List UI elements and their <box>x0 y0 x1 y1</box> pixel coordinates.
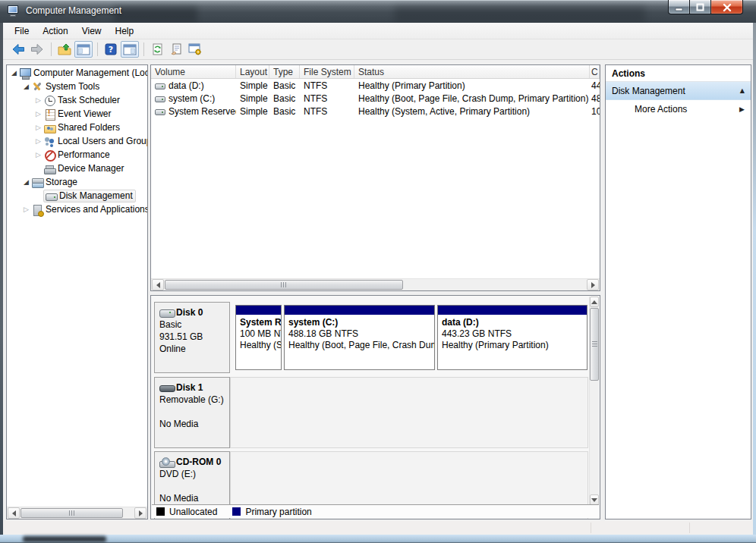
disk1-row: Disk 1 Removable (G:) No Media <box>151 377 590 448</box>
hard-disk-icon <box>159 308 176 318</box>
expanded-icon[interactable]: ◢ <box>21 178 31 186</box>
right-arrow-icon <box>591 282 595 288</box>
menu-action[interactable]: Action <box>36 24 74 39</box>
tree-scroll-left-button[interactable] <box>8 507 20 519</box>
disk-scroll-down-button[interactable] <box>590 494 599 505</box>
volume-list-pane: Volume Layout Type File System Status C … <box>150 64 600 291</box>
disk0-label-cell[interactable]: Disk 0 Basic 931.51 GB Online <box>154 302 230 373</box>
partition-legend: Unallocated Primary partition <box>152 504 599 518</box>
partition-size: 100 MB NTFS <box>240 328 277 340</box>
collapse-icon[interactable]: ▲ <box>740 87 745 94</box>
tree-item-system-tools[interactable]: ◢ System Tools <box>7 80 147 93</box>
submenu-arrow-icon: ▶ <box>739 105 745 113</box>
properties-button[interactable] <box>167 41 185 58</box>
up-folder-icon <box>58 43 71 55</box>
column-header-capacity[interactable]: C <box>590 65 600 78</box>
volume-scroll-right-button[interactable] <box>587 279 599 290</box>
close-icon <box>722 2 732 12</box>
window-frame-bottom <box>0 535 756 543</box>
partition-system-reserved[interactable]: System Reserved 100 MB NTFS Healthy (Sys… <box>235 305 282 370</box>
refresh-button[interactable] <box>148 41 166 58</box>
disk-scrollbar-thumb[interactable] <box>590 308 599 381</box>
disk-management-icon <box>45 190 58 202</box>
back-button[interactable] <box>9 41 27 58</box>
collapsed-icon[interactable]: ▷ <box>33 110 43 118</box>
minimize-icon <box>674 2 684 12</box>
tree-item-services-applications[interactable]: ▷ Services and Applications <box>7 202 147 216</box>
menu-file[interactable]: File <box>8 24 36 39</box>
expanded-icon[interactable]: ◢ <box>9 69 19 77</box>
partition-system-c[interactable]: system (C:) 488.18 GB NTFS Healthy (Boot… <box>284 305 435 370</box>
primary-partition-swatch <box>232 507 241 516</box>
tree-scrollbar-thumb[interactable] <box>20 508 123 518</box>
menu-help[interactable]: Help <box>109 24 141 39</box>
volume-scrollbar-thumb[interactable] <box>165 280 403 290</box>
properties-icon <box>170 43 183 55</box>
volume-row-data-d[interactable]: data (D:) Simple Basic NTFS Healthy (Pri… <box>151 79 600 92</box>
column-header-type[interactable]: Type <box>269 65 300 78</box>
volume-horizontal-scrollbar[interactable] <box>151 278 600 290</box>
tree-scroll-right-button[interactable] <box>134 507 146 519</box>
disk1-empty-region[interactable] <box>230 377 588 448</box>
column-header-status[interactable]: Status <box>354 65 590 78</box>
minimize-button[interactable] <box>668 0 690 14</box>
expanded-icon[interactable]: ◢ <box>21 83 31 90</box>
help-button[interactable]: ? <box>102 41 120 58</box>
volume-file-system: NTFS <box>300 80 354 91</box>
collapsed-icon[interactable]: ▷ <box>33 137 43 145</box>
maximize-button[interactable] <box>690 0 710 14</box>
partition-name: system (C:) <box>288 317 430 328</box>
volume-scroll-left-button[interactable] <box>152 279 164 290</box>
volume-layout: Simple <box>236 80 269 91</box>
tree-item-performance[interactable]: ▷ Performance <box>7 148 147 162</box>
client-area: File Action View Help <box>3 23 753 535</box>
snap-in-settings-button[interactable] <box>186 41 204 58</box>
collapsed-icon[interactable]: ▷ <box>33 96 43 104</box>
column-header-file-system[interactable]: File System <box>300 65 354 78</box>
up-one-level-button[interactable] <box>55 41 74 58</box>
tree-item-task-scheduler[interactable]: ▷ Task Scheduler <box>7 93 147 107</box>
more-actions-item[interactable]: More Actions ▶ <box>606 100 751 118</box>
show-console-tree-button[interactable] <box>74 41 93 58</box>
users-icon <box>43 136 56 147</box>
forward-button[interactable] <box>28 41 46 58</box>
device-manager-icon <box>43 163 56 174</box>
disk1-label-cell[interactable]: Disk 1 Removable (G:) No Media <box>154 377 230 448</box>
partition-name: System Reserved <box>240 317 277 328</box>
performance-icon <box>43 149 56 161</box>
menu-view[interactable]: View <box>75 24 109 39</box>
disk-vertical-scrollbar[interactable] <box>589 297 599 505</box>
more-actions-label: More Actions <box>635 104 687 115</box>
collapsed-icon[interactable]: ▷ <box>33 124 43 131</box>
column-header-layout[interactable]: Layout <box>236 65 269 78</box>
volume-row-system-c[interactable]: system (C:) Simple Basic NTFS Healthy (B… <box>151 92 600 105</box>
action-pane-icon <box>123 44 137 55</box>
tree-item-event-viewer[interactable]: ▷ Event Viewer <box>7 107 147 121</box>
tree-item-shared-folders[interactable]: ▷ Shared Folders <box>7 121 147 134</box>
partition-status: Healthy (Boot, Page File, Crash Dump, Pr… <box>288 340 430 351</box>
shared-folders-icon <box>43 122 56 133</box>
tree-item-storage[interactable]: ◢ Storage <box>7 175 147 189</box>
close-button[interactable] <box>710 0 743 14</box>
volume-layout: Simple <box>236 106 269 117</box>
collapsed-icon[interactable]: ▷ <box>21 206 31 213</box>
tree-item-local-users-groups[interactable]: ▷ Local Users and Groups <box>7 134 147 148</box>
tree-item-computer-management[interactable]: ◢ Computer Management (Local) <box>7 66 147 80</box>
disk-scroll-up-button[interactable] <box>590 297 599 307</box>
tree-horizontal-scrollbar[interactable] <box>7 507 147 519</box>
disk-management-group-header[interactable]: Disk Management ▲ <box>606 82 751 100</box>
up-arrow-icon <box>591 300 597 304</box>
volume-row-system-reserved[interactable]: System Reserved Simple Basic NTFS Health… <box>151 105 600 118</box>
title-bar[interactable]: Computer Management <box>0 0 756 23</box>
partition-data-d[interactable]: data (D:) 443.23 GB NTFS Healthy (Primar… <box>437 305 587 370</box>
show-action-pane-button[interactable] <box>121 41 139 58</box>
tree-item-device-manager[interactable]: Device Manager <box>7 162 147 175</box>
volume-icon <box>155 96 165 102</box>
collapsed-icon[interactable]: ▷ <box>33 151 43 159</box>
disk-status: No Media <box>159 418 225 430</box>
app-icon <box>7 5 20 18</box>
volume-layout: Simple <box>236 93 269 104</box>
tree-item-disk-management[interactable]: Disk Management <box>7 189 147 202</box>
column-header-volume[interactable]: Volume <box>151 65 236 78</box>
volume-file-system: NTFS <box>300 106 354 117</box>
